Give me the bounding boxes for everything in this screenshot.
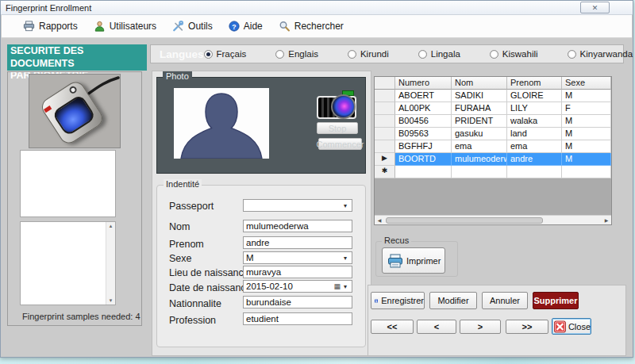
cell-sexe[interactable]: M bbox=[562, 140, 611, 153]
cell-sexe[interactable]: M bbox=[562, 128, 611, 140]
row-header[interactable] bbox=[375, 115, 395, 128]
stop-button[interactable]: Stop bbox=[317, 122, 358, 134]
cell-prenom[interactable]: land bbox=[507, 128, 562, 140]
radio-kirundi[interactable]: Kirundi bbox=[348, 49, 389, 59]
cell-empty[interactable] bbox=[562, 166, 611, 178]
cell-numero[interactable]: BGFHFJ bbox=[395, 140, 452, 153]
grid-horizontal-scrollbar[interactable]: ◀ ▶ bbox=[375, 215, 611, 224]
annuler-button[interactable]: Annuler bbox=[482, 292, 528, 309]
cell-numero[interactable]: ABOERT bbox=[395, 90, 452, 102]
date-naissance-picker[interactable]: 2015-02-10 ▦ ▾ bbox=[243, 280, 352, 293]
cell-numero[interactable]: B00456 bbox=[395, 115, 452, 128]
cell-numero[interactable]: AL00PK bbox=[395, 102, 452, 115]
menu-item-rechercher[interactable]: Rechercher bbox=[279, 21, 344, 32]
cell-prenom[interactable]: andre bbox=[507, 153, 562, 166]
table-row[interactable]: B00456 PRIDENT walaka M bbox=[375, 115, 611, 128]
row-header[interactable] bbox=[375, 102, 395, 115]
nationalite-field[interactable]: burundaise bbox=[243, 296, 352, 308]
next-record-button[interactable]: > bbox=[460, 320, 501, 334]
menu-item-utilisateurs[interactable]: Utilisateurs bbox=[94, 21, 156, 32]
first-record-button[interactable]: << bbox=[371, 320, 414, 334]
cell-nom[interactable]: SADIKI bbox=[452, 90, 507, 102]
radio-francais[interactable]: Fraçais bbox=[204, 49, 247, 59]
passeport-combobox[interactable]: ▾ bbox=[243, 199, 352, 212]
cell-nom[interactable]: PRIDENT bbox=[452, 115, 507, 128]
menu-item-outils[interactable]: Outils bbox=[172, 21, 213, 32]
start-capture-button[interactable]: Commencer bbox=[318, 138, 362, 150]
table-row-new[interactable]: ✱ bbox=[375, 166, 611, 178]
profession-field[interactable]: etudient bbox=[243, 312, 352, 325]
fingerprint-scanner-image bbox=[29, 74, 121, 148]
menu-item-rapports[interactable]: Rapports bbox=[23, 21, 78, 32]
calendar-icon[interactable]: ▦ bbox=[333, 282, 341, 290]
cell-nom[interactable]: FURAHA bbox=[452, 102, 507, 115]
table-row[interactable]: B09563 gasuku land M bbox=[375, 128, 611, 140]
prenom-field[interactable]: andre bbox=[243, 236, 352, 249]
cell-prenom[interactable]: GLOIRE bbox=[507, 90, 562, 102]
user-icon bbox=[94, 21, 106, 32]
cell-nom[interactable]: gasuku bbox=[452, 128, 507, 140]
cell-sexe[interactable]: F bbox=[562, 102, 611, 115]
person-silhouette-icon bbox=[174, 88, 269, 159]
scroll-up-icon[interactable]: ▲ bbox=[109, 224, 114, 228]
row-header[interactable] bbox=[375, 128, 395, 140]
cell-empty[interactable] bbox=[507, 166, 562, 178]
sexe-combobox[interactable]: M ▾ bbox=[243, 251, 352, 264]
column-header-numero[interactable]: Numero bbox=[395, 77, 452, 90]
cell-sexe[interactable]: M bbox=[562, 115, 611, 128]
cell-sexe[interactable]: M bbox=[562, 153, 611, 166]
table-row[interactable]: BGFHFJ ema ema M bbox=[375, 140, 611, 153]
table-row-selected[interactable]: ▶ BOORTD mulumeoderwa andre M bbox=[375, 153, 611, 166]
cell-sexe[interactable]: M bbox=[562, 90, 611, 102]
menu-item-aide[interactable]: ? Aide bbox=[229, 21, 263, 32]
window-close-button[interactable]: ✕ bbox=[580, 2, 610, 13]
radio-kiswahili[interactable]: Kiswahili bbox=[490, 49, 538, 59]
scroll-left-icon[interactable]: ◀ bbox=[375, 217, 384, 223]
radio-icon[interactable] bbox=[568, 50, 576, 59]
scroll-down-icon[interactable]: ▼ bbox=[109, 298, 114, 303]
radio-kinyarwanda[interactable]: Kinyarwanda bbox=[568, 49, 633, 59]
radio-lingala[interactable]: Lingala bbox=[418, 49, 460, 59]
previous-record-button[interactable]: < bbox=[417, 320, 456, 334]
column-header-nom[interactable]: Nom bbox=[452, 77, 507, 90]
enregistrer-button[interactable]: Enregistrer bbox=[371, 292, 425, 309]
cell-nom[interactable]: mulumeoderwa bbox=[452, 153, 507, 166]
cell-prenom[interactable]: walaka bbox=[507, 115, 562, 128]
radio-icon[interactable] bbox=[418, 50, 427, 59]
radio-icon[interactable] bbox=[204, 50, 213, 59]
lieu-naissance-field[interactable]: muravya bbox=[243, 266, 352, 278]
row-header[interactable] bbox=[375, 90, 395, 102]
cell-prenom[interactable]: LILY bbox=[507, 102, 562, 115]
scanner-logo bbox=[68, 85, 78, 94]
scroll-right-icon[interactable]: ▶ bbox=[602, 217, 611, 223]
table-row[interactable]: ABOERT SADIKI GLOIRE M bbox=[375, 90, 611, 102]
table-row[interactable]: AL00PK FURAHA LILY F bbox=[375, 102, 611, 115]
cell-nom[interactable]: ema bbox=[452, 140, 507, 153]
radio-icon[interactable] bbox=[348, 50, 356, 59]
chevron-down-icon[interactable]: ▾ bbox=[341, 255, 349, 262]
row-header-current[interactable]: ▶ bbox=[375, 153, 395, 166]
column-header-prenom[interactable]: Prenom bbox=[507, 77, 562, 90]
scrollbar-thumb[interactable] bbox=[386, 217, 543, 224]
radio-englais[interactable]: Englais bbox=[275, 49, 318, 59]
close-button[interactable]: Close bbox=[552, 318, 591, 335]
imprimer-button[interactable]: Imprimer bbox=[382, 247, 445, 274]
radio-icon[interactable] bbox=[490, 50, 498, 59]
cell-numero[interactable]: B09563 bbox=[395, 128, 452, 140]
column-header-sexe[interactable]: Sexe bbox=[562, 77, 611, 90]
modifier-button[interactable]: Modifier bbox=[429, 292, 477, 309]
supprimer-button[interactable]: Supprimer bbox=[533, 292, 579, 309]
cell-empty[interactable] bbox=[452, 166, 507, 178]
cell-numero[interactable]: BOORTD bbox=[395, 153, 452, 166]
cell-empty[interactable] bbox=[395, 166, 452, 178]
chevron-down-icon[interactable]: ▾ bbox=[341, 283, 349, 290]
cell-prenom[interactable]: ema bbox=[507, 140, 562, 153]
log-scrollbar[interactable]: ▲ ▼ bbox=[106, 222, 115, 305]
row-header-new[interactable]: ✱ bbox=[375, 166, 395, 178]
nom-field[interactable]: mulumeoderwa bbox=[243, 220, 352, 232]
last-record-button[interactable]: >> bbox=[506, 320, 548, 334]
radio-icon[interactable] bbox=[275, 50, 284, 59]
camera-icon bbox=[317, 96, 356, 119]
chevron-down-icon[interactable]: ▾ bbox=[341, 202, 349, 209]
row-header[interactable] bbox=[375, 140, 395, 153]
